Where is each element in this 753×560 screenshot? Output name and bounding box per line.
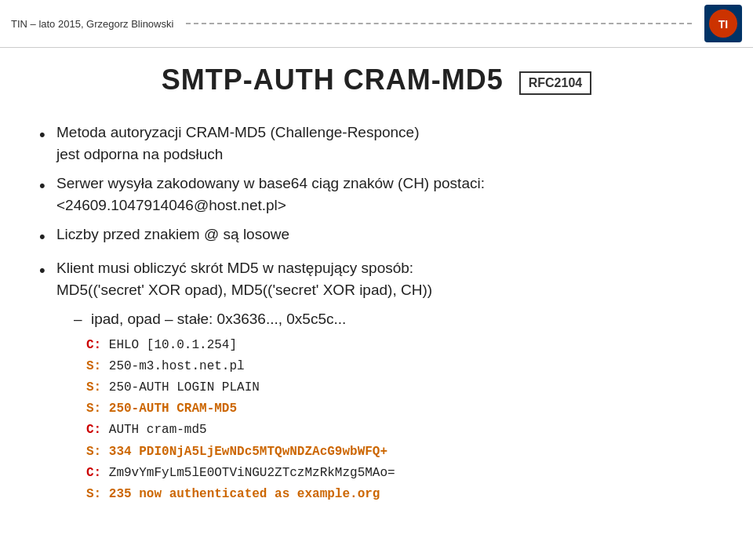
slide-title: SMTP-AUTH CRAM-MD5 bbox=[162, 64, 504, 96]
main-content: SMTP-AUTH CRAM-MD5 RFC2104 • Metoda auto… bbox=[0, 48, 753, 521]
code-line-8: S: 235 now authenticated as example.org bbox=[86, 484, 714, 505]
code-line-1: C: EHLO [10.0.1.254] bbox=[86, 335, 714, 356]
code-label-s8: S: bbox=[86, 487, 101, 501]
code-text-8: 235 now authenticated as example.org bbox=[109, 487, 380, 501]
code-text-1: EHLO [10.0.1.254] bbox=[109, 338, 237, 352]
bullet-dot-2: • bbox=[39, 173, 56, 198]
header-title: TIN – lato 2015, Grzegorz Blinowski bbox=[11, 18, 173, 30]
bullet-dot-3: • bbox=[39, 224, 56, 249]
bullet-text-4: Klient musi obliczyć skrót MD5 w następu… bbox=[56, 257, 714, 300]
code-text-2: 250-m3.host.net.pl bbox=[109, 359, 245, 373]
bullet-text-1: Metoda autoryzacji CRAM-MD5 (Challenge-R… bbox=[56, 122, 714, 165]
rfc-badge: RFC2104 bbox=[519, 71, 591, 95]
code-text-4: 250-AUTH CRAM-MD5 bbox=[109, 402, 237, 416]
code-label-s3: S: bbox=[86, 380, 101, 395]
title-row: SMTP-AUTH CRAM-MD5 RFC2104 bbox=[39, 64, 714, 103]
code-text-6: 334 PDI0NjA5LjEwNDc5MTQwNDZAcG9wbWFQ+ bbox=[109, 445, 387, 459]
dashed-divider bbox=[186, 23, 692, 24]
code-line-7: C: Zm9vYmFyLm5lE0OTViNGU2ZTczMzRkMzg5MAo… bbox=[86, 463, 714, 484]
code-label-c5: C: bbox=[86, 423, 101, 437]
sub-bullet-text: ipad, opad – stałe: 0x3636..., 0x5c5c... bbox=[91, 308, 346, 330]
code-label-s6: S: bbox=[86, 445, 101, 459]
code-line-4: S: 250-AUTH CRAM-MD5 bbox=[86, 398, 714, 420]
logo-inner: TI bbox=[709, 9, 737, 38]
bullet-1: • Metoda autoryzacji CRAM-MD5 (Challenge… bbox=[39, 122, 714, 165]
bullet-dot-4: • bbox=[39, 258, 56, 283]
bullet-2: • Serwer wysyła zakodowany w base64 ciąg… bbox=[39, 173, 714, 216]
code-line-5: C: AUTH cram-md5 bbox=[86, 420, 714, 441]
code-line-3: S: 250-AUTH LOGIN PLAIN bbox=[86, 377, 714, 398]
code-label-c7: C: bbox=[86, 466, 101, 480]
bullet-3: • Liczby przed znakiem @ są losowe bbox=[39, 224, 714, 249]
code-text-7: Zm9vYmFyLm5lE0OTViNGU2ZTczMzRkMzg5MAo= bbox=[109, 466, 395, 480]
code-label-s2: S: bbox=[86, 359, 101, 373]
logo: TI bbox=[704, 5, 742, 42]
code-label-c1: C: bbox=[86, 338, 101, 352]
bullet-4: • Klient musi obliczyć skrót MD5 w nastę… bbox=[39, 257, 714, 300]
code-line-6: S: 334 PDI0NjA5LjEwNDc5MTQwNDZAcG9wbWFQ+ bbox=[86, 442, 714, 463]
bullet-dot-1: • bbox=[39, 122, 56, 147]
code-text-3: 250-AUTH LOGIN PLAIN bbox=[109, 380, 260, 395]
code-line-2: S: 250-m3.host.net.pl bbox=[86, 356, 714, 377]
bullet-text-2: Serwer wysyła zakodowany w base64 ciąg z… bbox=[56, 173, 714, 216]
svg-text:TI: TI bbox=[718, 18, 728, 31]
bullet-text-3: Liczby przed znakiem @ są losowe bbox=[56, 224, 714, 245]
code-block: C: EHLO [10.0.1.254] S: 250-m3.host.net.… bbox=[86, 335, 714, 506]
logo-icon: TI bbox=[711, 11, 736, 36]
sub-bullet: – ipad, opad – stałe: 0x3636..., 0x5c5c.… bbox=[74, 308, 714, 330]
code-text-5: AUTH cram-md5 bbox=[109, 423, 207, 437]
sub-bullet-dash: – bbox=[74, 308, 91, 330]
header: TIN – lato 2015, Grzegorz Blinowski TI bbox=[0, 0, 753, 48]
code-label-s4: S: bbox=[86, 402, 101, 416]
